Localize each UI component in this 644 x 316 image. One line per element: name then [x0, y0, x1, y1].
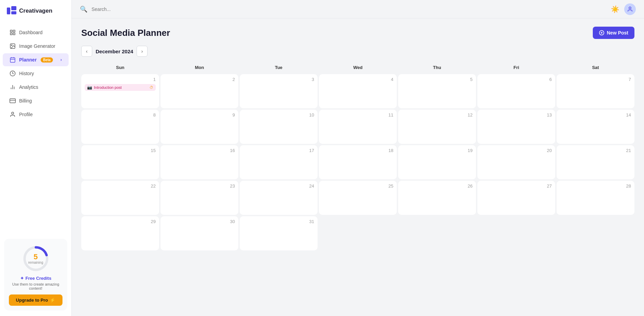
calendar-date-23: 23 [164, 183, 235, 189]
calendar-date-25: 25 [322, 183, 393, 189]
sidebar-item-image-generator-label: Image Generator [19, 43, 55, 49]
calendar-cell-26[interactable]: 26 [398, 181, 476, 215]
sidebar-item-image-generator[interactable]: Image Generator [3, 40, 69, 53]
calendar-cell-13[interactable]: 13 [477, 110, 555, 144]
calendar: Sun Mon Tue Wed Thu Fri Sat 1📷Introducti… [81, 62, 634, 250]
event-title: Introduction post [94, 85, 122, 90]
calendar-cell-9[interactable]: 9 [160, 110, 238, 144]
sidebar-item-history[interactable]: History [3, 67, 69, 80]
bar-chart-icon [10, 84, 16, 90]
calendar-cell-27[interactable]: 27 [477, 181, 555, 215]
calendar-date-3: 3 [243, 77, 314, 82]
new-post-button[interactable]: New Post [593, 27, 634, 39]
calendar-cell-31[interactable]: 31 [240, 216, 318, 250]
calendar-date-1: 1 [85, 77, 156, 82]
calendar-grid: 1📷Introduction post⏱23456789101112131415… [81, 74, 634, 250]
calendar-cell-15[interactable]: 15 [81, 145, 159, 179]
calendar-cell-8[interactable]: 8 [81, 110, 159, 144]
calendar-date-14: 14 [560, 112, 631, 118]
svg-rect-6 [13, 33, 15, 35]
logo-icon [7, 6, 16, 16]
calendar-cell-19[interactable]: 19 [398, 145, 476, 179]
calendar-icon [10, 57, 16, 63]
sidebar-item-planner[interactable]: Planner Beta › [3, 53, 69, 66]
sidebar-item-history-label: History [19, 71, 34, 76]
calendar-cell-28[interactable]: 28 [557, 181, 634, 215]
calendar-cell-18[interactable]: 18 [319, 145, 397, 179]
calendar-date-4: 4 [322, 77, 393, 82]
sidebar-item-profile-label: Profile [19, 112, 33, 117]
day-header-tue: Tue [240, 62, 318, 73]
sun-icon[interactable]: ☀️ [611, 5, 619, 13]
calendar-nav: ‹ December 2024 › [81, 46, 634, 57]
search-input[interactable] [92, 6, 607, 12]
calendar-cell-10[interactable]: 10 [240, 110, 318, 144]
calendar-cell-6[interactable]: 6 [477, 74, 555, 108]
day-header-sat: Sat [557, 62, 634, 73]
sidebar-item-profile[interactable]: Profile [3, 108, 69, 121]
svg-rect-1 [11, 6, 16, 10]
calendar-cell-11[interactable]: 11 [319, 110, 397, 144]
upgrade-label: Upgrade to Pro [16, 298, 48, 303]
calendar-cell-empty-end-0 [319, 216, 397, 250]
calendar-date-31: 31 [243, 219, 314, 224]
sidebar-item-dashboard[interactable]: Dashboard [3, 26, 69, 39]
calendar-date-21: 21 [560, 148, 631, 153]
calendar-date-24: 24 [243, 183, 314, 189]
calendar-date-6: 6 [481, 77, 552, 82]
next-month-button[interactable]: › [137, 46, 148, 57]
svg-rect-3 [10, 30, 12, 32]
calendar-cell-4[interactable]: 4 [319, 74, 397, 108]
sidebar-item-billing[interactable]: Billing [3, 94, 69, 107]
calendar-cell-16[interactable]: 16 [160, 145, 238, 179]
sidebar-item-analytics[interactable]: Analytics [3, 81, 69, 94]
calendar-cell-empty-end-3 [557, 216, 634, 250]
calendar-cell-23[interactable]: 23 [160, 181, 238, 215]
grid-icon [10, 29, 16, 36]
prev-month-button[interactable]: ‹ [81, 46, 92, 57]
avatar[interactable] [624, 3, 636, 15]
calendar-cell-30[interactable]: 30 [160, 216, 238, 250]
upgrade-button[interactable]: Upgrade to Pro ⚡ [9, 294, 62, 306]
topbar-right: ☀️ [611, 3, 636, 15]
calendar-cell-17[interactable]: 17 [240, 145, 318, 179]
calendar-cell-5[interactable]: 5 [398, 74, 476, 108]
beta-badge: Beta [41, 57, 53, 63]
calendar-date-15: 15 [85, 148, 156, 153]
calendar-cell-12[interactable]: 12 [398, 110, 476, 144]
day-header-thu: Thu [398, 62, 476, 73]
calendar-date-19: 19 [402, 148, 473, 153]
main-content: 🔍 ☀️ Social Media Planner New Post ‹ Dec… [72, 0, 644, 316]
calendar-event[interactable]: 📷Introduction post⏱ [85, 84, 156, 91]
calendar-date-9: 9 [164, 112, 235, 118]
calendar-cell-29[interactable]: 29 [81, 216, 159, 250]
calendar-cell-3[interactable]: 3 [240, 74, 318, 108]
day-header-fri: Fri [477, 62, 555, 73]
calendar-date-29: 29 [85, 219, 156, 224]
calendar-cell-1[interactable]: 1📷Introduction post⏱ [81, 74, 159, 108]
page-title: Social Media Planner [81, 28, 170, 38]
calendar-date-27: 27 [481, 183, 552, 189]
calendar-cell-25[interactable]: 25 [319, 181, 397, 215]
svg-point-8 [11, 45, 12, 45]
svg-rect-0 [7, 8, 10, 14]
sparkle-icon: ✦ [20, 276, 24, 281]
calendar-date-18: 18 [322, 148, 393, 153]
sidebar-item-dashboard-label: Dashboard [19, 30, 43, 35]
svg-rect-5 [10, 33, 12, 35]
calendar-cell-empty-end-2 [477, 216, 555, 250]
calendar-cell-7[interactable]: 7 [557, 74, 634, 108]
calendar-cell-14[interactable]: 14 [557, 110, 634, 144]
new-post-label: New Post [607, 30, 628, 36]
day-header-mon: Mon [160, 62, 238, 73]
svg-rect-4 [13, 30, 15, 32]
calendar-date-12: 12 [402, 112, 473, 118]
calendar-cell-24[interactable]: 24 [240, 181, 318, 215]
search-icon: 🔍 [80, 5, 87, 13]
calendar-cell-22[interactable]: 22 [81, 181, 159, 215]
calendar-cell-20[interactable]: 20 [477, 145, 555, 179]
calendar-cell-21[interactable]: 21 [557, 145, 634, 179]
sidebar: Creativagen Dashboard Image Generator Pl… [0, 0, 72, 316]
credits-label: remaining [28, 261, 43, 264]
calendar-cell-2[interactable]: 2 [160, 74, 238, 108]
